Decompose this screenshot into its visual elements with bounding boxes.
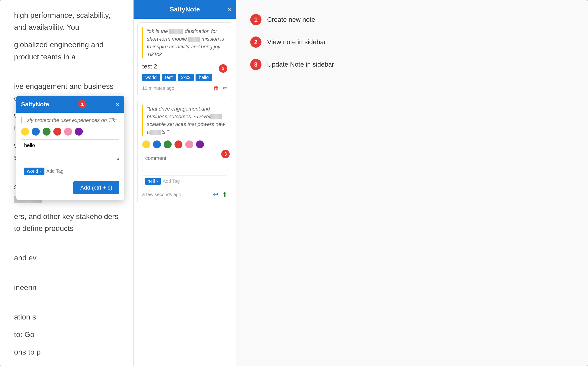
saltynote-sidebar: SaltyNote × "ok is the destination for s…	[133, 0, 236, 366]
modal-note-textarea[interactable]: hello	[21, 139, 119, 160]
redacted-1	[169, 29, 183, 34]
note-1-time: 10 minutes ago	[142, 85, 174, 91]
tag-test: test	[162, 74, 176, 81]
left-text-12: ons to p	[14, 346, 119, 358]
floating-modal: SaltyNote 1 × "sly protect the user expe…	[16, 96, 124, 200]
note-2-quote: "that drive engagement and business outc…	[142, 105, 227, 136]
left-text-1: high performance, scalability, and avail…	[14, 9, 119, 33]
note-2-upload-button[interactable]: ⬆	[222, 191, 227, 198]
sidebar-notes-container: "ok is the destination for short-form mo…	[133, 19, 236, 366]
tag-hell: hell ×	[145, 178, 161, 185]
note-1-footer: 10 minutes ago 🗑 ✏	[142, 85, 227, 92]
color-pink[interactable]	[185, 140, 193, 148]
instruction-2-text: View note in sidebar	[267, 38, 326, 46]
modal-body: "sly protect the user experiences on Tik…	[16, 113, 124, 200]
modal-tag-input-area[interactable]: world ×	[21, 165, 119, 177]
note-1-edit-button[interactable]: ✏	[223, 85, 227, 92]
note-1-quote: "ok is the destination for short-form mo…	[142, 27, 227, 58]
modal-close-button[interactable]: ×	[116, 101, 119, 108]
modal-badge: 1	[78, 100, 86, 108]
instruction-1-num: 1	[250, 14, 262, 25]
note-2-color-picker	[142, 140, 227, 148]
left-text-7: ers, and other key stakeholders to defin…	[14, 211, 119, 234]
note-1-tags: world test xxxx hello	[142, 74, 227, 81]
redacted-2	[188, 37, 200, 42]
instruction-1: 1 Create new note	[250, 14, 574, 25]
instruction-2: 2 View note in sidebar	[250, 37, 574, 48]
left-text-11: to: Go	[14, 329, 119, 341]
color-red[interactable]	[174, 140, 182, 148]
sidebar-header: SaltyNote ×	[133, 0, 236, 19]
color-green[interactable]	[164, 140, 172, 148]
note-card-2: "that drive engagement and business outc…	[137, 100, 232, 203]
note-2-undo-button[interactable]: ↩	[213, 191, 218, 198]
note-2-comment-input[interactable]	[142, 152, 227, 171]
add-tag-placeholder: Add Tag	[162, 179, 180, 184]
note-2-footer: a few seconds ago ↩ ⬆	[142, 191, 227, 198]
tag-hell-remove[interactable]: ×	[156, 179, 158, 183]
modal-tag-world-remove[interactable]: ×	[39, 169, 42, 173]
main-container: high performance, scalability, and avail…	[0, 0, 588, 366]
color-purple[interactable]	[196, 140, 204, 148]
modal-quote: "sly protect the user experiences on Tik…	[21, 117, 119, 123]
tag-hell-label: hell	[147, 179, 155, 184]
modal-color-red[interactable]	[53, 128, 61, 136]
note-card-1: "ok is the destination for short-form mo…	[137, 23, 232, 96]
tag-xxxx: xxxx	[178, 74, 194, 81]
modal-color-pink[interactable]	[64, 128, 72, 136]
note-2-time: a few seconds ago	[142, 192, 181, 197]
left-text-10: ation s	[14, 311, 119, 323]
modal-header: SaltyNote 1 ×	[16, 96, 124, 113]
redacted-3	[210, 114, 222, 119]
note-2-tag-input-area[interactable]: hell × Add Tag	[142, 175, 227, 187]
modal-color-purple[interactable]	[75, 128, 83, 136]
left-text-9: ineerin	[14, 282, 119, 294]
note-1-title: test 2	[142, 63, 157, 70]
modal-submit-button[interactable]: Add (ctrl + s)	[73, 181, 119, 194]
tag-world: world	[142, 74, 160, 81]
modal-color-blue[interactable]	[32, 128, 40, 136]
left-text-2: globalized engineering and product teams…	[14, 39, 119, 63]
instruction-3: 3 Update Note in sidebar	[250, 59, 574, 70]
modal-color-yellow[interactable]	[21, 128, 29, 136]
note-1-delete-button[interactable]: 🗑	[213, 85, 219, 92]
redacted-4	[150, 130, 161, 135]
instruction-2-num: 2	[250, 37, 262, 48]
color-blue[interactable]	[153, 140, 161, 148]
modal-color-green[interactable]	[43, 128, 51, 136]
modal-title: SaltyNote	[21, 101, 49, 108]
modal-tag-world: world ×	[24, 168, 45, 175]
note-1-actions: 🗑 ✏	[213, 85, 227, 92]
modal-tag-world-label: world	[27, 168, 38, 174]
note-2-badge: 3	[221, 150, 230, 158]
sidebar-title: SaltyNote	[170, 6, 200, 13]
color-yellow[interactable]	[142, 140, 150, 148]
instruction-1-text: Create new note	[267, 16, 315, 23]
modal-color-picker	[21, 128, 119, 136]
note-1-badge: 2	[219, 64, 227, 73]
instruction-3-num: 3	[250, 59, 262, 70]
left-text-8: and ev	[14, 252, 119, 264]
tag-hello: hello	[195, 74, 212, 81]
modal-footer: Add (ctrl + s)	[21, 181, 119, 195]
modal-tag-input[interactable]	[46, 168, 116, 174]
note-2-actions: ↩ ⬆	[213, 191, 227, 198]
instruction-3-text: Update Note in sidebar	[267, 61, 334, 68]
instructions-panel: 1 Create new note 2 View note in sidebar…	[236, 0, 588, 366]
sidebar-close-button[interactable]: ×	[228, 6, 231, 13]
